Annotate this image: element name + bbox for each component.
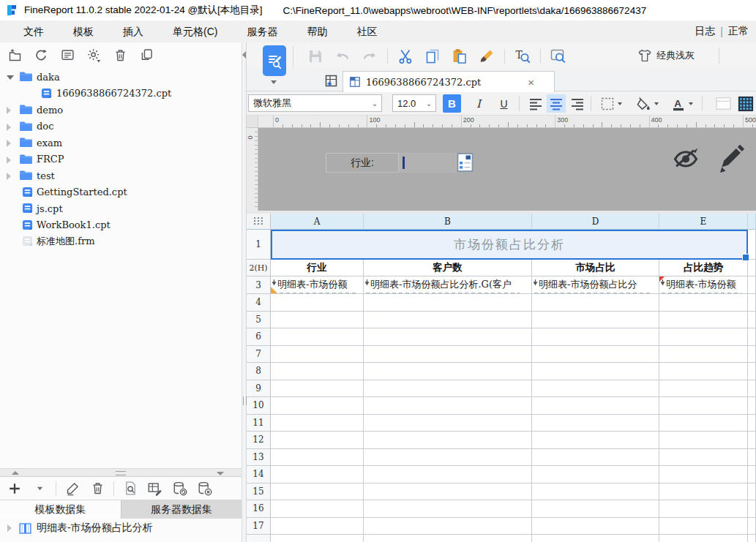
cell-A16[interactable] <box>271 500 364 518</box>
cell-D6[interactable] <box>532 328 659 346</box>
select-all-corner[interactable] <box>247 214 271 230</box>
panel-splitter-horizontal[interactable] <box>0 468 242 477</box>
cell-A17[interactable] <box>271 518 364 535</box>
row-header-2H[interactable]: 2(H) <box>247 260 271 276</box>
chevron-down-icon[interactable] <box>654 102 659 105</box>
cell-A15[interactable] <box>271 483 364 501</box>
cell-partial[interactable] <box>364 535 532 542</box>
delete-icon[interactable] <box>89 480 106 497</box>
db-sync-icon[interactable] <box>171 480 189 497</box>
cell-partial[interactable] <box>748 363 756 380</box>
row-header-9[interactable]: 9 <box>247 380 271 398</box>
row-header-3[interactable]: 3 <box>247 276 271 294</box>
cell-D9[interactable] <box>532 380 659 398</box>
row-header-1[interactable]: 1 <box>247 230 271 260</box>
tree-item-GettingStarted.cpt[interactable]: GettingStarted.cpt <box>0 184 242 201</box>
border-button[interactable] <box>597 94 624 113</box>
copy-doc-icon[interactable] <box>138 46 155 64</box>
cell-partial[interactable] <box>748 449 756 467</box>
cell-partial[interactable] <box>659 535 748 542</box>
cell-partial[interactable] <box>748 260 756 276</box>
cell-E7[interactable] <box>659 346 748 364</box>
row-header-6[interactable]: 6 <box>247 328 271 346</box>
column-header-E[interactable]: E <box>659 214 748 230</box>
row-header-11[interactable]: 11 <box>247 415 271 432</box>
menu-社区[interactable]: 社区 <box>342 20 392 42</box>
cell-B11[interactable] <box>364 415 532 432</box>
tree-item-exam[interactable]: exam <box>0 135 242 151</box>
cell-partial[interactable] <box>748 535 756 542</box>
cell-partial[interactable] <box>748 380 756 398</box>
server-status[interactable]: 正常 <box>728 25 749 38</box>
row-header-4[interactable]: 4 <box>247 294 271 312</box>
row-header-10[interactable]: 10 <box>247 397 271 415</box>
cell-A11[interactable] <box>271 415 364 432</box>
row-header-14[interactable]: 14 <box>247 466 271 483</box>
cell-partial[interactable] <box>748 466 756 483</box>
header-cell-4[interactable]: 占比趋势 <box>659 260 748 276</box>
menu-服务器[interactable]: 服务器 <box>232 20 292 42</box>
cell-D13[interactable] <box>532 449 659 467</box>
cell-E13[interactable] <box>659 449 748 467</box>
cell-E9[interactable] <box>659 380 748 398</box>
tree-item-标准地图.frm[interactable]: 标准地图.frm <box>0 233 242 250</box>
cell-partial[interactable] <box>748 346 756 364</box>
cell-D17[interactable] <box>532 518 659 535</box>
find-replace-icon[interactable]: T <box>513 47 532 66</box>
format-painter-icon[interactable] <box>477 47 496 66</box>
font-color-button[interactable]: A <box>668 94 696 113</box>
paste-icon[interactable] <box>450 47 469 66</box>
chevron-down-icon[interactable]: ⌄ <box>422 99 435 108</box>
chevron-down-icon[interactable]: ⌄ <box>368 99 381 108</box>
row-header-5[interactable]: 5 <box>247 312 271 329</box>
collapse-arrow-icon[interactable] <box>7 75 14 80</box>
delete-icon[interactable] <box>111 46 129 64</box>
cell-A4[interactable] <box>271 294 364 312</box>
cell-B16[interactable] <box>364 500 532 518</box>
cell-B12[interactable] <box>364 432 532 449</box>
expand-arrow-icon[interactable] <box>7 107 11 114</box>
align-center-button[interactable] <box>547 94 566 113</box>
cell-B10[interactable] <box>364 397 532 415</box>
cell-D4[interactable] <box>532 294 659 312</box>
cell-E10[interactable] <box>659 397 748 415</box>
cell-A5[interactable] <box>271 312 364 329</box>
row-header-12[interactable]: 12 <box>247 432 271 449</box>
tree-item-demo[interactable]: demo <box>0 102 242 118</box>
template-panel-icon[interactable] <box>59 46 76 64</box>
menu-帮助[interactable]: 帮助 <box>292 20 342 42</box>
splitter-down-icon[interactable] <box>217 472 224 475</box>
cell-E14[interactable] <box>659 466 748 483</box>
binding-cell-2[interactable]: 明细表-市场份额占比分析.G(客户 <box>364 276 532 294</box>
expand-arrow-icon[interactable] <box>7 140 11 147</box>
column-header-D[interactable]: D <box>532 214 659 230</box>
menu-单元格(C)[interactable]: 单元格(C) <box>158 20 232 42</box>
header-cell-2[interactable]: 客户数 <box>364 260 532 276</box>
template-edit-button[interactable] <box>263 45 286 76</box>
italic-button[interactable]: I <box>471 94 487 113</box>
cell-E6[interactable] <box>659 328 748 346</box>
tab-template-dataset[interactable]: 模板数据集 <box>0 500 121 519</box>
bold-button[interactable]: B <box>443 94 461 113</box>
cell-partial[interactable] <box>748 415 756 432</box>
cell-E11[interactable] <box>659 415 748 432</box>
tree-item-test[interactable]: test <box>0 168 242 184</box>
cell-B7[interactable] <box>364 346 532 364</box>
redo-icon[interactable] <box>360 47 379 66</box>
binding-cell-3[interactable]: 明细表-市场份额占比分 <box>532 276 659 294</box>
cell-E8[interactable] <box>659 363 748 380</box>
align-right-button[interactable] <box>568 94 586 113</box>
edit-table-icon[interactable] <box>146 480 164 497</box>
cell-B17[interactable] <box>364 518 532 535</box>
collapse-left-icon[interactable] <box>242 51 246 59</box>
row-header-16[interactable]: 16 <box>247 500 271 518</box>
new-folder-icon[interactable] <box>6 46 23 64</box>
tree-item-1669638866724372.cpt[interactable]: 1669638866724372.cpt <box>0 86 242 102</box>
tree-item-js.cpt[interactable]: js.cpt <box>0 200 242 217</box>
copy-page-icon[interactable] <box>423 47 442 66</box>
undo-icon[interactable] <box>333 47 352 66</box>
chevron-down-icon[interactable] <box>689 102 693 105</box>
save-icon[interactable] <box>306 47 325 66</box>
row-header-partial[interactable] <box>247 535 271 542</box>
cell-A13[interactable] <box>271 449 364 467</box>
